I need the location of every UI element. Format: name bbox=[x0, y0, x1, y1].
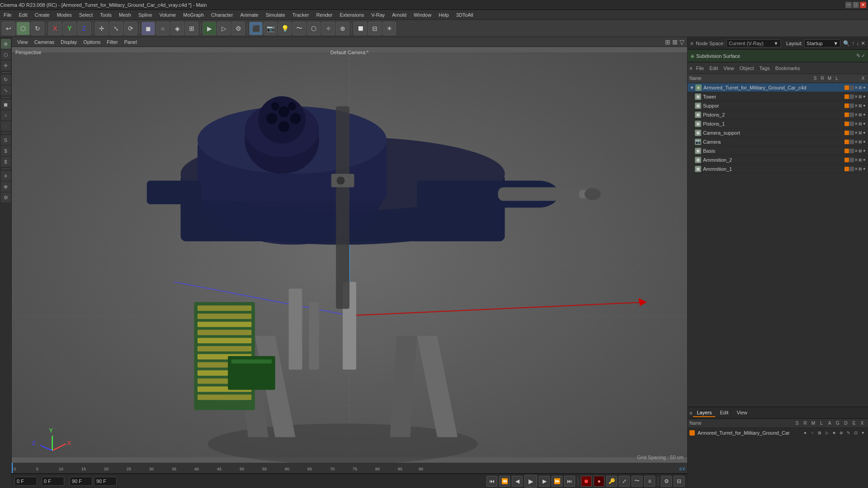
tree-item-tower[interactable]: ◼ Tower ✕ ⊠ ✦ bbox=[693, 92, 868, 101]
toolbar-x[interactable]: X bbox=[48, 22, 62, 35]
lt-obj[interactable]: ○ bbox=[1, 110, 11, 120]
toolbar-undo[interactable]: ↩ bbox=[2, 22, 15, 35]
tree-item-camera[interactable]: 📷 Camera ✕ ⊠ ✦ bbox=[693, 137, 868, 146]
rp-icon-load[interactable]: ↑ bbox=[852, 40, 854, 47]
toolbar-workplane[interactable]: ⊞ bbox=[185, 22, 198, 35]
tree-item-basis[interactable]: ◼ Basis ✕ ⊠ ✦ bbox=[693, 146, 868, 155]
btn-auto-key[interactable]: 🔑 bbox=[606, 476, 617, 487]
toolbar-fields[interactable]: ⊕ bbox=[336, 22, 349, 35]
layer-g-icon[interactable]: ⊕ bbox=[838, 430, 844, 436]
obj-tab-file[interactable]: File bbox=[693, 65, 707, 72]
toolbar-cube[interactable]: ⬛ bbox=[249, 22, 263, 35]
obj-tab-bookmarks[interactable]: Bookmarks bbox=[773, 65, 803, 72]
tree-item-ammo2[interactable]: ◼ Ammnition_2 ✕ ⊠ ✦ bbox=[693, 155, 868, 164]
btn-record[interactable]: ⏺ bbox=[581, 476, 592, 487]
btn-play[interactable]: ▶ bbox=[524, 475, 537, 488]
btn-go-start[interactable]: ⏮ bbox=[486, 476, 497, 487]
menu-mograph[interactable]: MoGraph bbox=[179, 10, 208, 20]
toolbar-render-view[interactable]: ▶ bbox=[203, 22, 216, 35]
toolbar-snap[interactable]: 🔲 bbox=[354, 22, 367, 35]
layers-tab-view[interactable]: View bbox=[733, 409, 751, 417]
layer-r-icon[interactable]: ○ bbox=[809, 430, 816, 436]
lt-move2[interactable]: ✛ bbox=[1, 61, 11, 70]
tree-item-suppor[interactable]: ◼ Suppor ✕ ⊠ ✦ bbox=[693, 101, 868, 110]
preview-start-field[interactable]: 90 F bbox=[94, 477, 117, 486]
tree-item-pistons2[interactable]: ◼ Pistons_2 ✕ ⊠ ✦ bbox=[693, 110, 868, 119]
menu-3dtoall[interactable]: 3DToAll bbox=[453, 10, 477, 20]
vp-menu-panel[interactable]: Panel bbox=[122, 38, 140, 46]
menu-tracker[interactable]: Tracker bbox=[289, 10, 313, 20]
layout-dropdown[interactable]: Startup ▼ bbox=[804, 39, 840, 47]
lt-settings[interactable]: ⚙ bbox=[1, 192, 11, 202]
toolbar-deformer[interactable]: ⟡ bbox=[321, 22, 335, 35]
vp-icon-1[interactable]: ⊞ bbox=[665, 38, 670, 46]
rp-icon-new[interactable]: 🔍 bbox=[843, 40, 850, 47]
layers-tab-layers[interactable]: Layers bbox=[693, 409, 715, 417]
layers-tab-edit[interactable]: Edit bbox=[716, 409, 732, 417]
lt-subdiv[interactable]: S bbox=[1, 135, 11, 145]
vp-menu-options[interactable]: Options bbox=[80, 38, 103, 46]
lt-pt[interactable]: · bbox=[1, 121, 11, 131]
vp-menu-filter[interactable]: Filter bbox=[104, 38, 120, 46]
layer-l-icon[interactable]: ▷ bbox=[824, 430, 830, 436]
lt-select[interactable]: ⊕ bbox=[1, 39, 11, 49]
lt-rotate2[interactable]: ↻ bbox=[1, 75, 11, 84]
menu-character[interactable]: Character bbox=[208, 10, 236, 20]
menu-animate[interactable]: Animate bbox=[236, 10, 262, 20]
layer-x-icon[interactable]: ✦ bbox=[860, 430, 866, 436]
obj-tab-edit[interactable]: Edit bbox=[707, 65, 721, 72]
btn-next-frame[interactable]: ⏩ bbox=[552, 476, 562, 487]
menu-simulate[interactable]: Simulate bbox=[262, 10, 289, 20]
btn-prev-key[interactable]: ◀ bbox=[512, 476, 523, 487]
layer-item-armored[interactable]: Armored_Turret_for_Military_Ground_Car ●… bbox=[688, 428, 868, 438]
rp-icon-extra[interactable]: ✕ bbox=[861, 40, 865, 47]
btn-next-key[interactable]: ▶ bbox=[539, 476, 550, 487]
lt-mat3[interactable]: $ bbox=[1, 146, 11, 156]
btn-motion[interactable]: ⤢ bbox=[619, 476, 630, 487]
menu-modes[interactable]: Modes bbox=[53, 10, 75, 20]
vp-icon-3[interactable]: ▽ bbox=[679, 38, 684, 46]
toolbar-z[interactable]: Z bbox=[77, 22, 91, 35]
lt-mat4[interactable]: $ bbox=[1, 157, 11, 167]
menu-arnold[interactable]: Arnold bbox=[388, 10, 410, 20]
toolbar-model-mode[interactable]: ◼ bbox=[142, 22, 155, 35]
viewport[interactable]: Perspective Default Camera:* Grid Spacin… bbox=[12, 47, 687, 463]
lt-scale2[interactable]: ⤡ bbox=[1, 85, 11, 95]
toolbar-object-mode[interactable]: ○ bbox=[156, 22, 170, 35]
lt-layers2[interactable]: ≡ bbox=[1, 171, 11, 181]
btn-settings2[interactable]: ⚙ bbox=[661, 476, 672, 487]
timeline-playhead[interactable] bbox=[12, 463, 13, 473]
lt-extra[interactable]: ⊕ bbox=[1, 182, 11, 192]
menu-render[interactable]: Render bbox=[312, 10, 336, 20]
tree-item-camsupport[interactable]: ◼ Camera_support ✕ ⊠ ✦ bbox=[693, 128, 868, 137]
menu-vray[interactable]: V-Ray bbox=[368, 10, 388, 20]
toolbar-light[interactable]: 💡 bbox=[278, 22, 292, 35]
maximize-button[interactable]: □ bbox=[853, 2, 859, 8]
toolbar-rot[interactable]: ⟳ bbox=[124, 22, 137, 35]
rp-icons-collapse[interactable]: ≡ bbox=[690, 41, 693, 46]
tree-item-ammo1[interactable]: ◼ Ammnition_1 ✕ ⊠ ✦ bbox=[693, 164, 868, 174]
start-frame-field[interactable]: 0 F bbox=[42, 477, 64, 486]
btn-extra2[interactable]: ⊟ bbox=[674, 476, 684, 487]
layer-s-icon[interactable]: ● bbox=[802, 430, 808, 436]
btn-key[interactable]: ● bbox=[594, 476, 604, 487]
vp-menu-cameras[interactable]: Cameras bbox=[32, 38, 57, 46]
lt-live[interactable]: ⬡ bbox=[1, 50, 11, 60]
obj-h-icons[interactable]: ≡ bbox=[689, 66, 692, 71]
menu-extensions[interactable]: Extensions bbox=[336, 10, 368, 20]
btn-curve[interactable]: 〜 bbox=[632, 476, 642, 487]
toolbar-scale[interactable]: ⤡ bbox=[109, 22, 123, 35]
obj-tab-tags[interactable]: Tags bbox=[757, 65, 773, 72]
btn-go-end[interactable]: ⏭ bbox=[564, 476, 575, 487]
menu-file[interactable]: File bbox=[0, 10, 15, 20]
layers-collapse-icon[interactable]: ≡ bbox=[689, 410, 692, 416]
toolbar-light2[interactable]: ☀ bbox=[382, 22, 396, 35]
toolbar-render[interactable]: ▷ bbox=[217, 22, 231, 35]
timeline-ruler[interactable]: 0 5 10 15 20 25 30 35 40 45 50 55 60 65 … bbox=[12, 463, 687, 474]
toolbar-rotate[interactable]: ↻ bbox=[31, 22, 44, 35]
close-button[interactable]: ✕ bbox=[860, 2, 866, 8]
tree-item-root[interactable]: ▼ ◈ Armored_Turret_for_Military_Ground_C… bbox=[688, 83, 868, 92]
obj-tab-object[interactable]: Object bbox=[737, 65, 757, 72]
subdiv-check-icon[interactable]: ✓ bbox=[861, 53, 865, 59]
layer-e-icon[interactable]: ⊡ bbox=[853, 430, 859, 436]
